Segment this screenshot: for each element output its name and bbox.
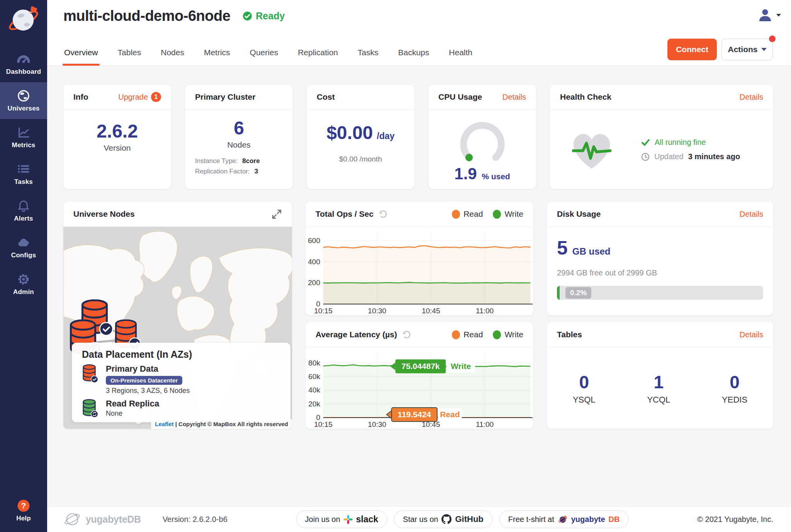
cpu-usage-card: CPU Usage Details 1.9 % used bbox=[428, 85, 536, 189]
heartbeat-icon bbox=[567, 128, 616, 171]
user-menu[interactable] bbox=[758, 8, 781, 22]
leaflet-link[interactable]: Leaflet bbox=[155, 421, 173, 427]
disk-free-text: 2994 GB free out of 2999 GB bbox=[557, 269, 763, 277]
legend-read: Read bbox=[452, 330, 483, 339]
tables-details-link[interactable]: Details bbox=[740, 330, 763, 339]
sidebar-item-tasks[interactable]: Tasks bbox=[0, 156, 47, 192]
tab-backups[interactable]: Backups bbox=[397, 48, 430, 66]
cost-per-month: $0.00 /month bbox=[307, 155, 414, 163]
svg-text:80k: 80k bbox=[308, 359, 320, 367]
legend-read: Read bbox=[452, 209, 483, 219]
svg-text:10:45: 10:45 bbox=[422, 307, 440, 315]
tab-nodes[interactable]: Nodes bbox=[160, 48, 185, 66]
yugabyte-footer-logo-icon bbox=[63, 510, 81, 528]
sidebar-item-label: Dashboard bbox=[6, 68, 41, 76]
upgrade-link[interactable]: Upgrade 1 bbox=[118, 92, 161, 102]
tab-health[interactable]: Health bbox=[448, 48, 473, 66]
yugabyte-mini-logo-icon bbox=[558, 514, 568, 524]
sidebar-item-label: Alerts bbox=[14, 215, 33, 223]
sidebar-item-configs[interactable]: Configs bbox=[0, 229, 47, 266]
user-avatar-icon bbox=[758, 8, 772, 22]
read-legend-dot bbox=[452, 330, 460, 339]
check-circle-icon bbox=[243, 11, 252, 21]
info-card: Info Upgrade 1 2.6.2 Version bbox=[63, 85, 171, 189]
average-latency-card: Average Latency (µs) Read bbox=[306, 322, 533, 429]
sidebar-item-dashboard[interactable]: Dashboard bbox=[0, 46, 47, 82]
connect-button[interactable]: Connect bbox=[667, 39, 717, 60]
summary-cards-row: Info Upgrade 1 2.6.2 Version Primary Clu… bbox=[63, 85, 773, 189]
sidebar: Dashboard Universes Metrics bbox=[0, 0, 47, 532]
card-title: Universe Nodes bbox=[73, 209, 135, 219]
version-label: Version bbox=[104, 143, 131, 153]
admin-icon bbox=[17, 273, 30, 286]
updated-label: Updated bbox=[654, 152, 684, 161]
refresh-icon[interactable] bbox=[378, 209, 388, 219]
help-icon: ? bbox=[17, 499, 30, 512]
sidebar-item-help[interactable]: ? Help bbox=[0, 494, 47, 527]
tables-card: Tables Details 0 YSQL 1 YCQL 0 YEDIS bbox=[547, 322, 773, 429]
card-title: Info bbox=[73, 92, 88, 102]
tab-replication[interactable]: Replication bbox=[297, 48, 339, 66]
svg-text:10:30: 10:30 bbox=[368, 307, 387, 315]
cost-per-day-value: $0.00 bbox=[326, 123, 373, 143]
svg-text:60k: 60k bbox=[308, 372, 320, 381]
svg-text:Read: Read bbox=[440, 410, 460, 419]
sidebar-item-metrics[interactable]: Metrics bbox=[0, 119, 47, 156]
actions-button[interactable]: Actions bbox=[721, 39, 773, 60]
ysql-stat: 0 YSQL bbox=[573, 372, 596, 405]
ycql-stat: 1 YCQL bbox=[647, 372, 670, 405]
github-button[interactable]: Star us on GitHub bbox=[394, 510, 492, 528]
sidebar-item-universes[interactable]: Universes bbox=[0, 82, 47, 119]
health-status-row: All running fine bbox=[641, 138, 740, 147]
read-replica-value: None bbox=[106, 410, 159, 418]
chart-legend: Read Write bbox=[452, 209, 523, 219]
health-check-card: Health Check Details All running fine bbox=[550, 85, 773, 189]
tab-tasks[interactable]: Tasks bbox=[357, 48, 379, 66]
cluster-detail-rows: Instance Type: 8core Replication Factor:… bbox=[195, 156, 283, 177]
svg-text:10:15: 10:15 bbox=[314, 420, 333, 428]
total-ops-chart[interactable]: 020040060010:1510:3010:4511:00 bbox=[306, 227, 533, 316]
cpu-gauge bbox=[450, 114, 515, 161]
actions-label: Actions bbox=[728, 45, 757, 54]
sidebar-item-label: Metrics bbox=[12, 141, 36, 149]
expand-icon[interactable] bbox=[272, 209, 282, 219]
average-latency-chart[interactable]: 020k40k60k80k10:1510:3010:4511:0075.0448… bbox=[306, 347, 533, 429]
primary-data-icon bbox=[82, 364, 99, 384]
universe-title: multi-cloud-demo-6node bbox=[63, 8, 230, 24]
tasks-icon bbox=[17, 163, 30, 176]
footer-version: Version: 2.6.2.0-b6 bbox=[163, 515, 227, 524]
provider-badge: On-Premises Datacenter bbox=[106, 376, 182, 385]
alerts-icon bbox=[17, 199, 30, 212]
disk-details-link[interactable]: Details bbox=[740, 210, 763, 219]
yedis-stat: 0 YEDIS bbox=[722, 372, 747, 405]
node-count-label: Nodes bbox=[227, 140, 251, 150]
cpu-usage-reading: 1.9 % used bbox=[428, 165, 536, 183]
sidebar-item-alerts[interactable]: Alerts bbox=[0, 192, 47, 229]
footer-buttons: Join us on slack Star us on GitHub Free … bbox=[296, 510, 629, 528]
tab-metrics[interactable]: Metrics bbox=[203, 48, 231, 66]
total-ops-card: Total Ops / Sec Read Writ bbox=[306, 202, 533, 315]
page-footer: yugabyteDB Version: 2.6.2.0-b6 Join us o… bbox=[47, 506, 791, 532]
tab-overview[interactable]: Overview bbox=[63, 48, 99, 66]
yugabyte-logo-icon[interactable] bbox=[6, 2, 41, 37]
upgrade-count-badge: 1 bbox=[151, 92, 161, 102]
sidebar-item-label: Universes bbox=[7, 105, 39, 112]
sidebar-item-admin[interactable]: Admin bbox=[0, 266, 47, 303]
refresh-icon[interactable] bbox=[402, 330, 411, 340]
slack-button[interactable]: Join us on slack bbox=[296, 510, 387, 528]
svg-text:Write: Write bbox=[451, 362, 471, 371]
footer-copyright: © 2021 Yugabyte, Inc. bbox=[697, 515, 773, 524]
tab-queries[interactable]: Queries bbox=[249, 48, 279, 66]
world-map[interactable]: Data Placement (In AZs) Primary Data On-… bbox=[63, 227, 292, 429]
tab-tables[interactable]: Tables bbox=[117, 48, 142, 66]
disk-usage-card: Disk Usage Details 5 GB used 2994 GB fre… bbox=[547, 202, 773, 315]
tshirt-button[interactable]: Free t-shirt at yugabyteDB bbox=[499, 510, 629, 528]
primary-data-label: Primary Data bbox=[106, 364, 190, 374]
dashboard-icon bbox=[17, 53, 30, 66]
card-title: Cost bbox=[317, 92, 335, 102]
sidebar-item-label: Configs bbox=[11, 252, 36, 259]
svg-text:119.5424: 119.5424 bbox=[398, 410, 431, 419]
sidebar-nav: Dashboard Universes Metrics bbox=[0, 46, 47, 303]
health-details-link[interactable]: Details bbox=[740, 93, 763, 102]
cpu-details-link[interactable]: Details bbox=[502, 93, 526, 102]
